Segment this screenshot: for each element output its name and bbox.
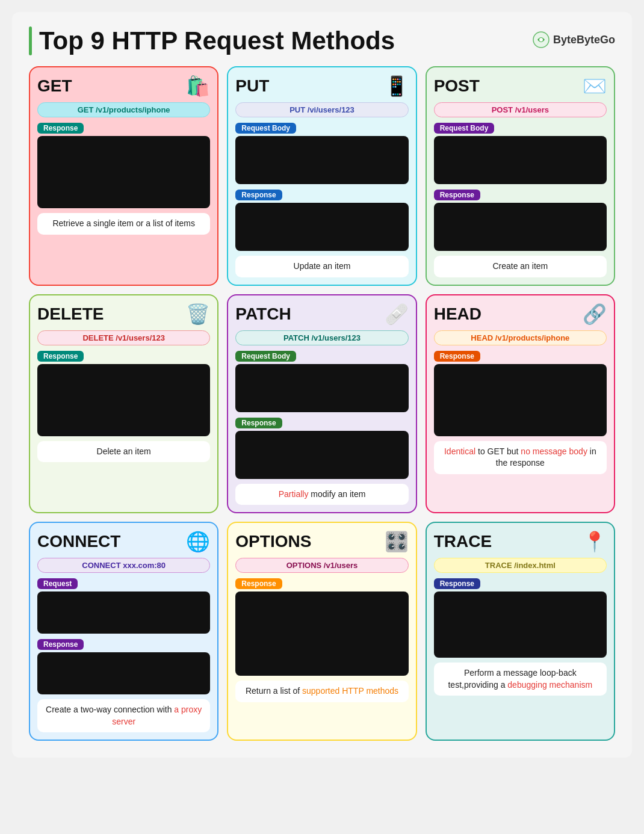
connect-header: CONNECT 🌐: [37, 530, 210, 553]
get-icon: 🛍️: [186, 75, 210, 97]
post-response-label: Response: [434, 190, 480, 200]
patch-icon: 🩹: [385, 303, 409, 326]
connect-description: Create a two-way connection with a proxy…: [37, 699, 210, 732]
trace-header: TRACE 📍: [434, 530, 607, 553]
put-method-name: PUT: [235, 76, 269, 96]
connect-method-name: CONNECT: [37, 532, 120, 551]
options-method-name: OPTIONS: [235, 532, 311, 551]
card-options: OPTIONS 🎛️ OPTIONS /v1/users Response Re…: [227, 522, 416, 741]
trace-url: TRACE /index.html: [434, 558, 607, 573]
trace-icon: 📍: [583, 530, 607, 553]
put-description: Update an item: [235, 256, 408, 277]
head-description: Identical to GET but no message body in …: [434, 441, 607, 474]
patch-header: PATCH 🩹: [235, 303, 408, 326]
brand-name: ByteByteGo: [553, 34, 615, 46]
head-icon: 🔗: [583, 303, 607, 326]
head-response-label: Response: [434, 351, 480, 362]
card-put: PUT 📱 PUT /vi/users/123 Request Body Res…: [227, 66, 416, 286]
options-response-label: Response: [235, 578, 282, 589]
patch-response-box: [235, 431, 408, 479]
head-desc-p3: no message body: [521, 446, 587, 456]
delete-response-label: Response: [37, 351, 84, 362]
patch-desc-p2: modify an item: [308, 489, 365, 499]
delete-method-name: DELETE: [37, 304, 104, 324]
patch-request-body-box: [235, 364, 408, 412]
patch-description: Partially modify an item: [235, 484, 408, 505]
title-block: Top 9 HTTP Request Methods: [29, 26, 395, 55]
trace-desc-p2: debugging mechanism: [507, 680, 592, 690]
delete-response-box: [37, 364, 210, 436]
post-description: Create an item: [434, 256, 607, 277]
trace-description: Perform a message loop-back test,providi…: [434, 663, 607, 696]
post-request-body-box: [434, 136, 607, 184]
connect-response-box: [37, 652, 210, 694]
delete-icon: 🗑️: [186, 303, 210, 326]
connect-response-label: Response: [37, 639, 84, 650]
head-desc-p2: to GET but: [475, 446, 521, 456]
put-request-body-label: Request Body: [235, 123, 296, 134]
post-url: POST /v1/users: [434, 102, 607, 117]
options-response-box: [235, 592, 408, 676]
head-header: HEAD 🔗: [434, 303, 607, 326]
card-trace: TRACE 📍 TRACE /index.html Response Perfo…: [426, 522, 615, 741]
post-method-name: POST: [434, 76, 480, 96]
connect-icon: 🌐: [186, 530, 210, 553]
post-icon: ✉️: [583, 75, 607, 97]
page-title: Top 9 HTTP Request Methods: [39, 26, 395, 55]
methods-grid: GET 🛍️ GET /v1/products/iphone Response …: [29, 66, 615, 741]
get-header: GET 🛍️: [37, 75, 210, 97]
post-header: POST ✉️: [434, 75, 607, 97]
head-desc-p1: Identical: [444, 446, 475, 456]
put-response-box: [235, 203, 408, 251]
svg-point-1: [539, 38, 543, 42]
put-request-body-box: [235, 136, 408, 184]
trace-method-name: TRACE: [434, 532, 492, 551]
post-request-body-label: Request Body: [434, 123, 495, 134]
put-url: PUT /vi/users/123: [235, 102, 408, 117]
options-icon: 🎛️: [385, 530, 409, 553]
page-container: Top 9 HTTP Request Methods ByteByteGo GE…: [12, 12, 632, 758]
page-header: Top 9 HTTP Request Methods ByteByteGo: [29, 26, 615, 55]
put-header: PUT 📱: [235, 75, 408, 97]
delete-header: DELETE 🗑️: [37, 303, 210, 326]
get-url: GET /v1/products/iphone: [37, 102, 210, 117]
put-icon: 📱: [385, 75, 409, 97]
card-get: GET 🛍️ GET /v1/products/iphone Response …: [29, 66, 218, 286]
get-response-label: Response: [37, 123, 84, 134]
options-url: OPTIONS /v1/users: [235, 558, 408, 573]
patch-url: PATCH /v1/users/123: [235, 330, 408, 345]
connect-request-box: [37, 592, 210, 634]
connect-request-label: Request: [37, 578, 78, 589]
options-header: OPTIONS 🎛️: [235, 530, 408, 553]
card-post: POST ✉️ POST /v1/users Request Body Resp…: [426, 66, 615, 286]
options-desc-p2: supported HTTP methods: [302, 686, 398, 696]
post-response-box: [434, 203, 607, 251]
connect-desc-p1: Create a two-way connection with: [46, 705, 174, 714]
head-response-box: [434, 364, 607, 436]
patch-request-body-label: Request Body: [235, 351, 296, 362]
delete-description: Delete an item: [37, 441, 210, 463]
title-accent: [29, 26, 32, 55]
delete-url: DELETE /v1/users/123: [37, 330, 210, 345]
brand-logo-icon: [533, 31, 550, 48]
trace-response-box: [434, 592, 607, 658]
head-method-name: HEAD: [434, 304, 481, 324]
brand: ByteByteGo: [533, 31, 615, 48]
card-head: HEAD 🔗 HEAD /v1/products/iphone Response…: [426, 294, 615, 514]
get-method-name: GET: [37, 76, 72, 96]
card-patch: PATCH 🩹 PATCH /v1/users/123 Request Body…: [227, 294, 416, 514]
options-description: Return a list of supported HTTP methods: [235, 681, 408, 702]
head-url: HEAD /v1/products/iphone: [434, 330, 607, 345]
get-response-box: [37, 136, 210, 208]
patch-desc-p1: Partially: [279, 489, 309, 499]
options-desc-p1: Return a list of: [246, 686, 302, 696]
connect-url: CONNECT xxx.com:80: [37, 558, 210, 573]
card-connect: CONNECT 🌐 CONNECT xxx.com:80 Request Res…: [29, 522, 218, 741]
patch-method-name: PATCH: [235, 304, 291, 324]
put-response-label: Response: [235, 190, 282, 200]
get-description: Retrieve a single item or a list of item…: [37, 213, 210, 235]
patch-response-label: Response: [235, 418, 282, 428]
trace-response-label: Response: [434, 578, 480, 589]
card-delete: DELETE 🗑️ DELETE /v1/users/123 Response …: [29, 294, 218, 514]
